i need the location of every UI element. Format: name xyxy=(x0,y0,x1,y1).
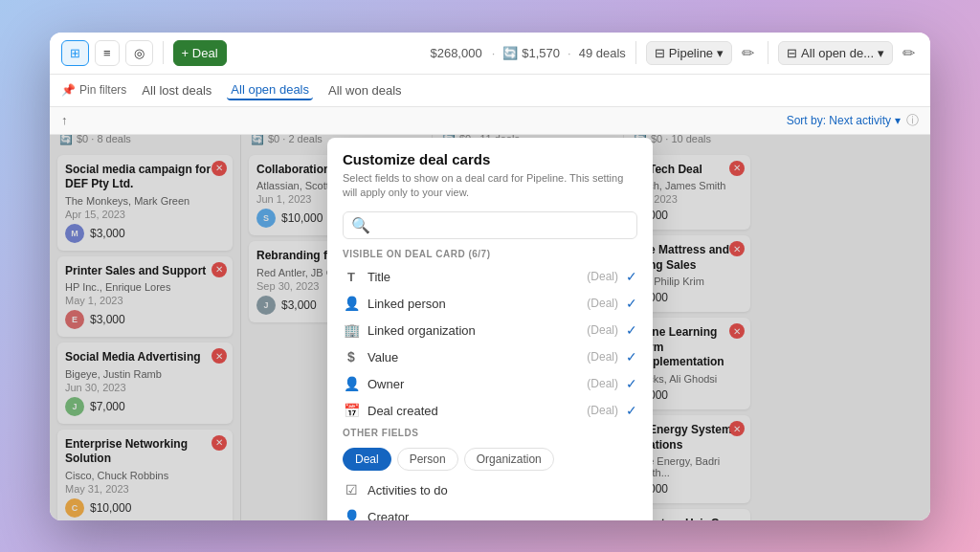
filter-button[interactable]: ⊟ All open de... ▾ xyxy=(778,41,893,65)
sep1 xyxy=(163,41,164,64)
pipeline-icon: ⊟ xyxy=(655,46,665,60)
deals-count: 49 deals xyxy=(579,46,626,60)
check-icon: ✓ xyxy=(626,269,637,284)
pipeline-button[interactable]: ⊟ Pipeline ▾ xyxy=(646,41,732,65)
velocity-icon: 🔄 xyxy=(502,46,518,60)
activity-view-btn[interactable]: ◎ xyxy=(125,40,153,66)
edit-filter-icon: ✏ xyxy=(902,45,915,61)
search-input[interactable] xyxy=(376,218,629,232)
sort-button[interactable]: Sort by: Next activity ▾ xyxy=(787,114,901,127)
field-owner[interactable]: 👤 Owner (Deal) ✓ xyxy=(327,370,653,397)
field-type-label: (Deal) xyxy=(587,404,618,417)
chevron-down-icon: ▾ xyxy=(895,114,901,127)
title-icon: T xyxy=(343,270,360,284)
value-icon: $ xyxy=(343,349,360,364)
velocity-value: $1,570 xyxy=(522,46,560,60)
field-name-label: Title xyxy=(368,270,579,284)
check-icon: ✓ xyxy=(626,403,637,418)
check-icon: ✓ xyxy=(626,296,637,311)
sort-label: Sort by: Next activity xyxy=(787,114,891,127)
list-view-btn[interactable]: ≡ xyxy=(95,40,120,66)
amount-value: $268,000 xyxy=(430,46,481,60)
org-icon: 🏢 xyxy=(343,322,360,338)
activities-icon: ☑ xyxy=(343,482,360,497)
add-deal-label: + Deal xyxy=(182,46,218,60)
chevron-down-icon2: ▾ xyxy=(878,46,884,60)
field-name-label: Activities to do xyxy=(368,483,448,497)
field-type-label: (Deal) xyxy=(587,323,618,337)
check-icon: ✓ xyxy=(626,376,637,391)
kanban-icon: ⊞ xyxy=(70,46,80,60)
velocity-stat: · 🔄 $1,570 · 49 deals xyxy=(488,46,626,60)
field-activities[interactable]: ☑ Activities to do xyxy=(327,476,653,503)
field-title[interactable]: T Title (Deal) ✓ xyxy=(327,263,653,290)
sort-up-arrow: ↑ xyxy=(61,113,68,127)
list-icon: ≡ xyxy=(103,46,111,60)
chevron-down-icon: ▾ xyxy=(717,46,724,60)
dialog-header: Customize deal cards Select fields to sh… xyxy=(327,138,653,212)
board: New Lead 🔄 $0 · 8 deals Social media cam… xyxy=(50,107,930,520)
filter-all-won[interactable]: All won deals xyxy=(324,81,406,99)
tab-person[interactable]: Person xyxy=(397,448,458,471)
toolbar: ⊞ ≡ ◎ + Deal $268,000 · 🔄 $1,570 · 49 de… xyxy=(50,33,930,75)
sep3 xyxy=(768,41,768,64)
field-name-label: Linked person xyxy=(368,297,579,311)
field-name-label: Deal created xyxy=(368,404,579,418)
filter-all-lost[interactable]: All lost deals xyxy=(138,81,215,99)
field-linked-person[interactable]: 👤 Linked person (Deal) ✓ xyxy=(327,290,653,317)
activity-icon: ◎ xyxy=(134,46,145,60)
sep2 xyxy=(635,41,636,64)
dialog-search[interactable]: 🔍 xyxy=(343,211,637,239)
check-icon: ✓ xyxy=(626,349,637,364)
check-icon: ✓ xyxy=(626,322,637,338)
pin-filters[interactable]: 📌 Pin filters xyxy=(61,83,126,97)
other-fields-list: ☑ Activities to do 👤 Creator 📅 Deal clos… xyxy=(327,476,653,519)
other-section-label: OTHER FIELDS xyxy=(327,424,653,442)
tab-organization[interactable]: Organization xyxy=(464,448,554,471)
sort-bar: ↑ Sort by: Next activity ▾ ⓘ xyxy=(50,107,930,135)
tab-deal[interactable]: Deal xyxy=(343,448,391,471)
edit-icon: ✏ xyxy=(742,45,754,61)
filter-all-open[interactable]: All open deals xyxy=(227,80,313,100)
edit-filter-button[interactable]: ✏ xyxy=(899,40,919,66)
field-name-label: Creator xyxy=(368,510,409,520)
customize-dialog: Customize deal cards Select fields to sh… xyxy=(327,138,653,520)
visible-section-label: VISIBLE ON DEAL CARD (6/7) xyxy=(327,245,653,263)
field-type-label: (Deal) xyxy=(587,350,618,364)
field-type-label: (Deal) xyxy=(587,377,618,390)
search-icon: 🔍 xyxy=(351,216,370,234)
pin-icon: 📌 xyxy=(61,83,76,97)
pin-label: Pin filters xyxy=(79,83,126,97)
field-name-label: Owner xyxy=(368,377,579,391)
field-value[interactable]: $ Value (Deal) ✓ xyxy=(327,343,653,370)
dialog-overlay: ↑ Sort by: Next activity ▾ ⓘ Customize d… xyxy=(50,107,930,520)
dialog-subtitle: Select fields to show on a deal card for… xyxy=(343,171,637,201)
info-icon: ⓘ xyxy=(906,112,919,129)
amount-stat: $268,000 xyxy=(430,46,481,60)
add-deal-button[interactable]: + Deal xyxy=(173,40,227,66)
person-icon: 👤 xyxy=(343,296,360,311)
field-creator[interactable]: 👤 Creator xyxy=(327,503,653,519)
filter-bar: 📌 Pin filters All lost deals All open de… xyxy=(50,75,930,107)
calendar-icon: 📅 xyxy=(343,403,360,418)
kanban-view-btn[interactable]: ⊞ xyxy=(61,40,89,66)
owner-icon: 👤 xyxy=(343,376,360,391)
filter-icon: ⊟ xyxy=(787,46,797,60)
field-name-label: Linked organization xyxy=(368,323,579,338)
field-type-label: (Deal) xyxy=(587,270,618,283)
app-window: ⊞ ≡ ◎ + Deal $268,000 · 🔄 $1,570 · 49 de… xyxy=(50,33,930,520)
filter-label: All open de... xyxy=(801,46,874,60)
tabs-row: Deal Person Organization xyxy=(327,442,653,476)
dialog-title: Customize deal cards xyxy=(343,151,637,167)
pipeline-label: Pipeline xyxy=(669,46,713,60)
field-deal-created[interactable]: 📅 Deal created (Deal) ✓ xyxy=(327,397,653,424)
field-name-label: Value xyxy=(368,350,579,364)
edit-pipeline-button[interactable]: ✏ xyxy=(738,40,758,66)
creator-icon: 👤 xyxy=(343,509,360,519)
field-linked-org[interactable]: 🏢 Linked organization (Deal) ✓ xyxy=(327,317,653,343)
field-type-label: (Deal) xyxy=(587,297,618,310)
visible-fields-list: T Title (Deal) ✓ 👤 Linked person (Deal) … xyxy=(327,263,653,424)
